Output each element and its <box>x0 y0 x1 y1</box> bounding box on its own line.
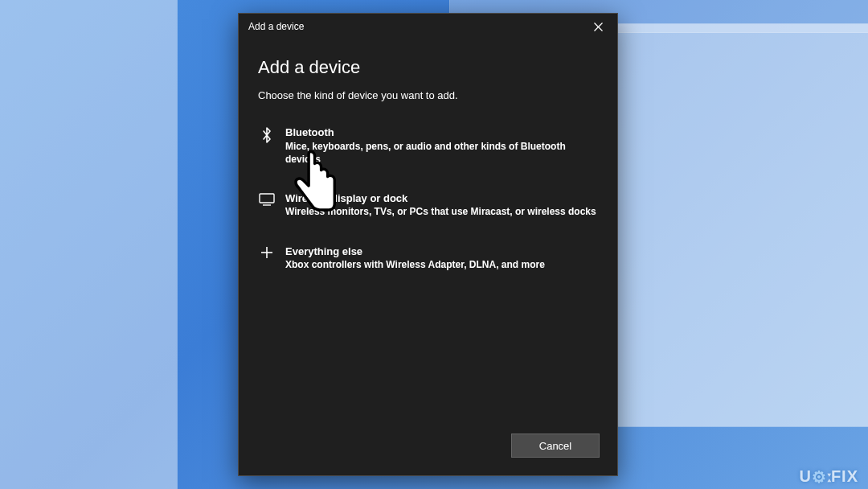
option-description: Mice, keyboards, pens, or audio and othe… <box>285 140 598 166</box>
window-title: Add a device <box>248 21 582 32</box>
dialog-heading: Add a device <box>258 57 598 78</box>
svg-rect-2 <box>260 194 274 203</box>
dialog-subheading: Choose the kind of device you want to ad… <box>258 89 598 101</box>
option-title: Wireless display or dock <box>285 191 598 206</box>
option-title: Everything else <box>285 244 598 259</box>
bluetooth-icon <box>258 127 276 143</box>
option-description: Wireless monitors, TVs, or PCs that use … <box>285 205 598 218</box>
plus-icon <box>258 246 276 259</box>
dialog-footer: Cancel <box>239 424 617 475</box>
option-everything-else[interactable]: Everything else Xbox controllers with Wi… <box>258 240 598 277</box>
titlebar: Add a device <box>239 14 617 39</box>
cancel-button-label: Cancel <box>539 440 571 452</box>
option-wireless-display[interactable]: Wireless display or dock Wireless monito… <box>258 187 598 224</box>
watermark: U⚙ːFIX <box>799 466 858 486</box>
cancel-button[interactable]: Cancel <box>511 434 600 458</box>
close-icon <box>594 23 603 31</box>
dialog-content: Add a device Choose the kind of device y… <box>239 39 617 424</box>
option-bluetooth[interactable]: Bluetooth Mice, keyboards, pens, or audi… <box>258 121 598 171</box>
background-pane <box>0 0 177 489</box>
add-device-dialog: Add a device Add a device Choose the kin… <box>238 13 618 476</box>
option-description: Xbox controllers with Wireless Adapter, … <box>285 258 598 271</box>
option-title: Bluetooth <box>285 125 598 140</box>
display-icon <box>258 193 276 206</box>
gear-icon: ⚙ <box>812 467 827 487</box>
desktop-background: Add a device Add a device Choose the kin… <box>0 0 868 489</box>
close-button[interactable] <box>582 14 614 39</box>
